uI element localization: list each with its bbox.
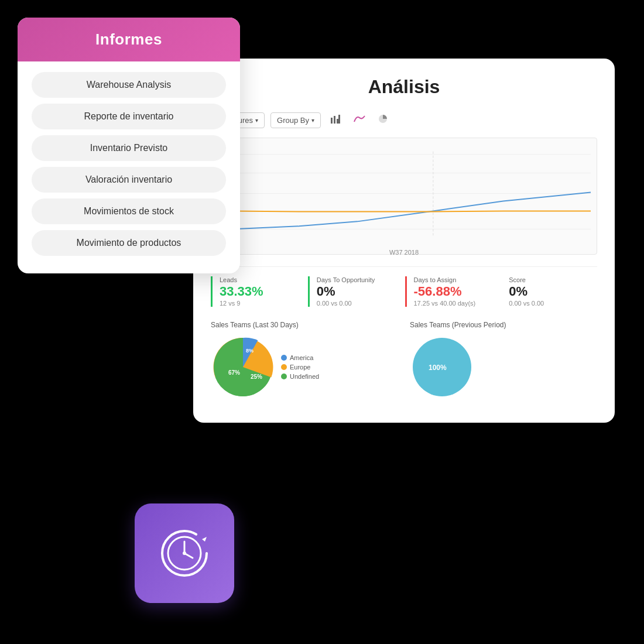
kpi-days-assign-sub: 17.25 vs 40.00 day(s) (414, 300, 495, 307)
pie-last-30-content: 67% 25% 8% America Europe Undefi (211, 335, 398, 399)
kpi-score: Score 0% 0.00 vs 0.00 (502, 276, 597, 307)
pie-last-30-title: Sales Teams (Last 30 Days) (211, 321, 398, 329)
pie-last-30-svg: 67% 25% 8% (211, 335, 275, 399)
svg-rect-1 (334, 116, 335, 124)
informes-header: Informes (18, 18, 240, 61)
chart-x-label: W37 2018 (211, 249, 597, 258)
svg-rect-3 (338, 115, 340, 124)
informes-item-movimiento-productos[interactable]: Movimiento de productos (32, 230, 226, 256)
pie-last-30-legend: America Europe Undefined (281, 354, 319, 380)
measures-chevron-icon: ▾ (255, 117, 258, 124)
line-chart-container: 5.00 4.00 3.00 2.00 1.00 W37 2018 (211, 138, 597, 255)
kpi-leads-label: Leads (220, 276, 301, 283)
legend-europe-dot (281, 364, 287, 370)
informes-item-inventario-previsto[interactable]: Inventario Previsto (32, 135, 226, 161)
svg-text:100%: 100% (429, 364, 447, 372)
pie-chart-icon-button[interactable] (375, 112, 391, 128)
group-by-chevron-icon: ▾ (311, 117, 314, 124)
svg-rect-0 (331, 118, 333, 124)
svg-text:25%: 25% (251, 374, 262, 380)
analysis-title: Análisis (211, 76, 597, 98)
pie-last-30-days: Sales Teams (Last 30 Days) (211, 321, 398, 399)
kpi-score-label: Score (509, 276, 590, 283)
pie-section: Sales Teams (Last 30 Days) (211, 321, 597, 399)
informes-list: Warehouse Analysis Reporte de inventario… (18, 61, 240, 256)
analysis-panel: Análisis Measures ▾ Group By ▾ (193, 59, 615, 423)
svg-rect-2 (337, 119, 338, 124)
clock-icon-box (135, 503, 234, 603)
legend-america-label: America (290, 354, 313, 361)
legend-america-dot (281, 355, 287, 361)
kpi-leads-value: 33.33% (220, 285, 301, 299)
line-chart-svg: 5.00 4.00 3.00 2.00 1.00 (211, 144, 597, 246)
informes-item-valoracion[interactable]: Valoración inventario (32, 167, 226, 193)
kpi-leads-sub: 12 vs 9 (220, 300, 301, 307)
kpi-days-assign-value: -56.88% (414, 285, 495, 299)
kpi-score-value: 0% (509, 285, 590, 299)
pie-prev-content: 100% (410, 335, 597, 399)
legend-europe-label: Europe (290, 364, 310, 371)
informes-item-reporte[interactable]: Reporte de inventario (32, 104, 226, 129)
clock-icon (155, 524, 214, 583)
informes-item-warehouse[interactable]: Warehouse Analysis (32, 72, 226, 98)
kpi-leads: Leads 33.33% 12 vs 9 (211, 276, 308, 307)
bar-chart-icon-button[interactable] (327, 112, 344, 128)
legend-undefined-label: Undefined (290, 373, 319, 380)
kpi-score-sub: 0.00 vs 0.00 (509, 300, 590, 307)
legend-america: America (281, 354, 319, 361)
informes-panel: Informes Warehouse Analysis Reporte de i… (18, 18, 240, 273)
line-chart-icon-button[interactable] (350, 112, 369, 128)
group-by-button[interactable]: Group By ▾ (270, 112, 321, 128)
pie-previous-period: Sales Teams (Previous Period) 100% (410, 321, 597, 399)
kpi-days-assign: Days to Assign -56.88% 17.25 vs 40.00 da… (405, 276, 502, 307)
kpi-days-opportunity: Days To Opportunity 0% 0.00 vs 0.00 (308, 276, 405, 307)
pie-prev-title: Sales Teams (Previous Period) (410, 321, 597, 329)
analysis-toolbar: Measures ▾ Group By ▾ (211, 112, 597, 128)
kpi-days-assign-label: Days to Assign (414, 276, 495, 283)
informes-title: Informes (35, 30, 222, 49)
pie-previous-svg: 100% (410, 335, 474, 399)
legend-europe: Europe (281, 364, 319, 371)
legend-undefined: Undefined (281, 373, 319, 380)
legend-undefined-dot (281, 374, 287, 379)
svg-point-26 (183, 551, 186, 555)
kpi-days-opp-sub: 0.00 vs 0.00 (317, 300, 398, 307)
kpi-days-opp-value: 0% (317, 285, 398, 299)
svg-text:67%: 67% (228, 369, 240, 376)
informes-item-movimientos[interactable]: Movimientos de stock (32, 198, 226, 224)
svg-text:8%: 8% (246, 348, 254, 354)
kpi-days-opp-label: Days To Opportunity (317, 276, 398, 283)
kpi-row: Leads 33.33% 12 vs 9 Days To Opportunity… (211, 266, 597, 307)
